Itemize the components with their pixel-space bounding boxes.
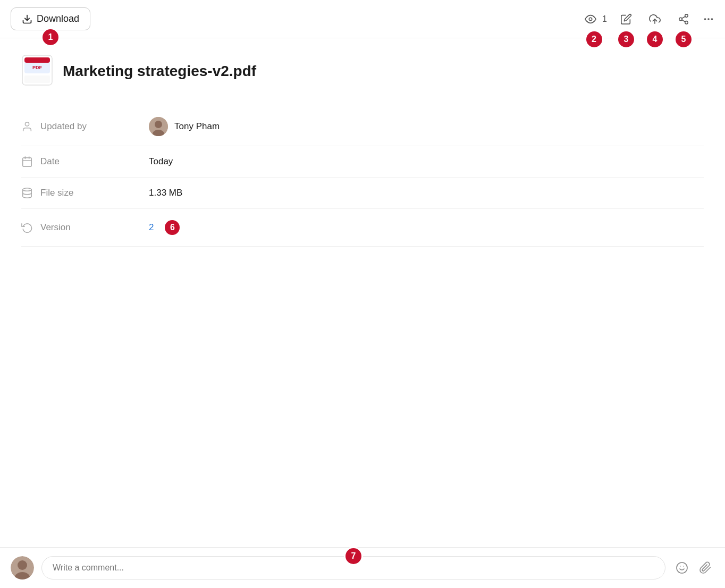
file-size-value: 1.33 MB bbox=[149, 188, 182, 198]
upload-badge: 4 bbox=[645, 30, 664, 49]
toolbar: Download 1 1 2 3 bbox=[0, 0, 725, 38]
version-label: Version bbox=[21, 222, 149, 233]
comment-input-wrap: 7 bbox=[41, 556, 665, 579]
svg-point-10 bbox=[711, 18, 713, 20]
attachment-icon[interactable] bbox=[696, 559, 714, 577]
view-count: 1 bbox=[602, 14, 607, 24]
svg-rect-20 bbox=[23, 158, 32, 167]
storage-icon bbox=[21, 187, 33, 199]
file-header: PDF Marketing strategies-v2.pdf bbox=[21, 54, 704, 88]
svg-rect-15 bbox=[24, 57, 50, 63]
svg-point-24 bbox=[23, 188, 32, 191]
person-icon bbox=[21, 121, 33, 132]
svg-point-26 bbox=[18, 560, 27, 570]
download-label: Download bbox=[37, 13, 79, 24]
updated-by-label: Updated by bbox=[21, 121, 149, 132]
date-value: Today bbox=[149, 156, 173, 167]
svg-point-9 bbox=[707, 18, 710, 20]
updated-by-row: Updated by Tony Pham bbox=[21, 107, 704, 146]
emoji-icon[interactable] bbox=[673, 559, 691, 577]
download-badge: 1 bbox=[41, 28, 60, 47]
svg-point-18 bbox=[155, 121, 162, 128]
comment-bar: 7 bbox=[0, 547, 725, 588]
comment-actions bbox=[673, 559, 714, 577]
user-avatar bbox=[149, 117, 168, 136]
comment-user-avatar bbox=[11, 556, 34, 579]
updated-by-value: Tony Pham bbox=[149, 117, 220, 136]
toolbar-right: 1 2 3 4 bbox=[581, 10, 714, 29]
edit-badge: 3 bbox=[617, 30, 636, 49]
version-badge: 6 bbox=[163, 219, 181, 237]
calendar-icon bbox=[21, 156, 33, 167]
svg-point-28 bbox=[677, 562, 687, 573]
upload-icon[interactable] bbox=[645, 10, 664, 29]
file-title: Marketing strategies-v2.pdf bbox=[63, 63, 256, 80]
more-icon[interactable] bbox=[703, 13, 714, 25]
history-icon bbox=[21, 222, 33, 233]
file-size-label: File size bbox=[21, 187, 149, 199]
svg-text:PDF: PDF bbox=[32, 65, 43, 70]
download-button[interactable]: Download bbox=[11, 7, 90, 30]
share-badge: 5 bbox=[674, 30, 693, 49]
views-group: 1 2 bbox=[581, 10, 607, 29]
svg-line-7 bbox=[682, 16, 685, 18]
version-row: Version 2 6 bbox=[21, 209, 704, 247]
version-value: 2 6 bbox=[149, 219, 181, 237]
file-size-row: File size 1.33 MB bbox=[21, 178, 704, 209]
download-icon bbox=[22, 14, 32, 24]
svg-point-1 bbox=[589, 18, 592, 21]
svg-point-16 bbox=[25, 122, 29, 126]
svg-rect-14 bbox=[24, 75, 50, 83]
metadata-table: Updated by Tony Pham bbox=[21, 107, 704, 247]
share-icon[interactable] bbox=[674, 10, 693, 29]
views-badge: 2 bbox=[585, 30, 604, 49]
comment-badge: 7 bbox=[344, 547, 363, 566]
svg-point-8 bbox=[704, 18, 706, 20]
views-icon[interactable] bbox=[581, 10, 600, 29]
svg-line-6 bbox=[682, 20, 685, 22]
pdf-icon: PDF bbox=[21, 54, 53, 88]
edit-icon[interactable] bbox=[617, 10, 636, 29]
file-section: PDF Marketing strategies-v2.pdf Updated … bbox=[0, 38, 725, 263]
date-row: Date Today bbox=[21, 146, 704, 178]
date-label: Date bbox=[21, 156, 149, 167]
